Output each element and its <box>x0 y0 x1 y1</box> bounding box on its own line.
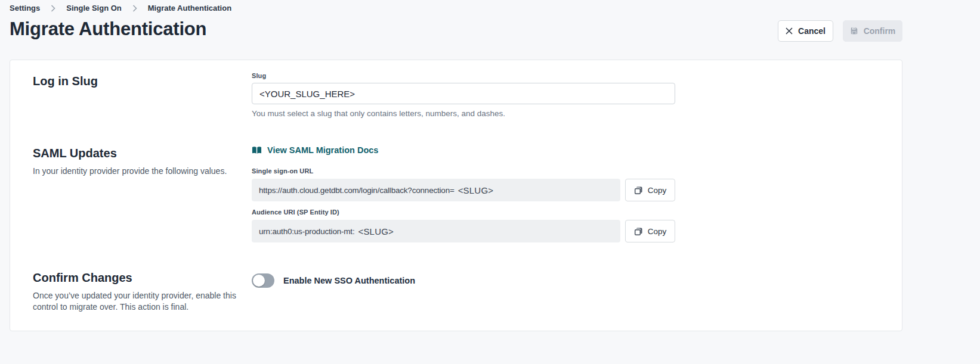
slug-input[interactable] <box>252 83 675 104</box>
breadcrumb-settings[interactable]: Settings <box>10 4 40 13</box>
header-actions: Cancel Confirm <box>778 20 902 42</box>
login-slug-heading: Log in Slug <box>33 74 242 88</box>
docs-link-label: View SAML Migration Docs <box>267 145 378 155</box>
confirm-changes-description: Once you’ve updated your identity provid… <box>33 290 242 313</box>
sso-url-slug-placeholder: <SLUG> <box>458 185 494 195</box>
view-saml-migration-docs-link[interactable]: View SAML Migration Docs <box>252 145 378 155</box>
page-title: Migrate Authentication <box>10 18 206 40</box>
confirm-changes-heading: Confirm Changes <box>33 271 242 285</box>
x-icon <box>786 27 793 35</box>
copy-button-label: Copy <box>648 186 667 195</box>
audience-uri-slug-placeholder: <SLUG> <box>358 226 394 237</box>
section-login-slug: Log in Slug Slug You must select a slug … <box>33 72 879 118</box>
breadcrumb-single-sign-on[interactable]: Single Sign On <box>66 4 121 13</box>
section-saml-updates: SAML Updates In your identity provider p… <box>33 144 879 242</box>
saml-updates-heading: SAML Updates <box>33 147 242 160</box>
enable-sso-toggle-label: Enable New SSO Authentication <box>283 276 415 285</box>
audience-uri-label: Audience URI (SP Entity ID) <box>252 209 675 216</box>
section-confirm-changes: Confirm Changes Once you’ve updated your… <box>33 269 879 313</box>
sso-url-group: Single sign-on URL https://auth.cloud.ge… <box>252 167 675 201</box>
cancel-button[interactable]: Cancel <box>778 20 833 42</box>
breadcrumb: Settings Single Sign On Migrate Authenti… <box>10 4 902 13</box>
sso-url-value: https://auth.cloud.getdbt.com/login/call… <box>252 179 620 201</box>
copy-icon <box>634 186 643 195</box>
copy-audience-uri-button[interactable]: Copy <box>625 220 675 242</box>
audience-uri-prefix: urn:auth0:us-production-mt: <box>259 227 354 236</box>
audience-uri-group: Audience URI (SP Entity ID) urn:auth0:us… <box>252 209 675 242</box>
copy-sso-url-button[interactable]: Copy <box>625 179 675 201</box>
enable-sso-toggle-row: Enable New SSO Authentication <box>252 273 675 288</box>
open-book-icon <box>252 146 262 154</box>
slug-helper-text: You must select a slug that only contain… <box>252 109 675 118</box>
sso-url-prefix: https://auth.cloud.getdbt.com/login/call… <box>259 186 455 195</box>
confirm-button[interactable]: Confirm <box>843 20 902 42</box>
cancel-button-label: Cancel <box>798 26 826 36</box>
chevron-right-icon <box>132 5 137 12</box>
migrate-authentication-page: Settings Single Sign On Migrate Authenti… <box>10 0 902 331</box>
chevron-right-icon <box>51 5 55 12</box>
audience-uri-value: urn:auth0:us-production-mt: <SLUG> <box>252 220 620 242</box>
migrate-authentication-card: Log in Slug Slug You must select a slug … <box>10 60 902 331</box>
enable-sso-toggle[interactable] <box>252 273 274 288</box>
saml-updates-description: In your identity provider provide the fo… <box>33 166 242 177</box>
copy-icon <box>634 227 643 236</box>
copy-button-label: Copy <box>648 227 667 236</box>
sso-url-label: Single sign-on URL <box>252 167 675 175</box>
save-icon <box>850 27 858 35</box>
slug-field-label: Slug <box>252 72 675 79</box>
toggle-knob <box>253 275 265 287</box>
page-header: Migrate Authentication Cancel <box>10 18 902 42</box>
confirm-button-label: Confirm <box>864 26 896 36</box>
breadcrumb-migrate-authentication: Migrate Authentication <box>148 4 231 13</box>
